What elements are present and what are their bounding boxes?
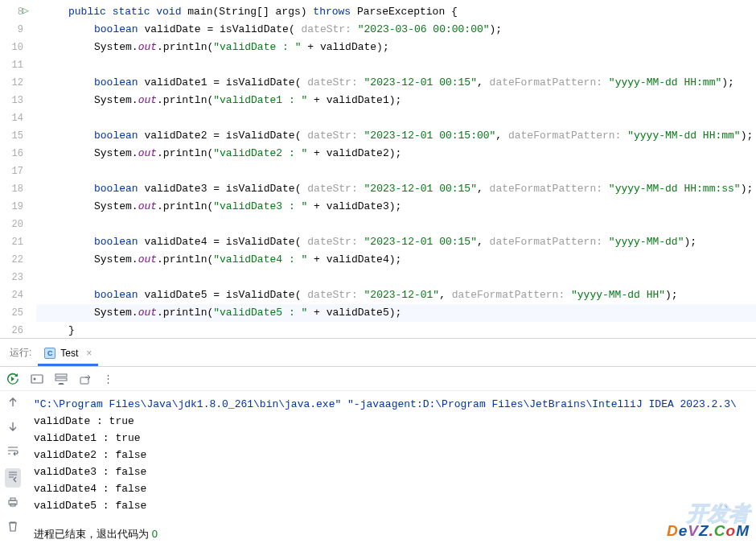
string: "validDate1 : "	[213, 94, 307, 106]
out: out	[138, 147, 157, 159]
trash-icon[interactable]	[6, 520, 19, 536]
out: out	[138, 253, 157, 266]
param-hint: dateFormatPattern:	[508, 130, 621, 142]
call: isValidDate	[226, 76, 295, 89]
sys: System	[94, 200, 132, 212]
string: "yyyy-MM-dd HH:mm:ss"	[609, 183, 741, 195]
println: println	[163, 147, 207, 159]
sys: System	[94, 307, 132, 319]
println: println	[163, 307, 207, 319]
console-output[interactable]: "C:\Program Files\Java\jdk1.8.0_261\bin\…	[26, 391, 756, 560]
var: validDate3	[327, 200, 389, 212]
out-line: validDate1 : true	[34, 430, 754, 447]
var: validDate1	[144, 76, 207, 89]
down-icon[interactable]	[6, 420, 19, 436]
string: "2023-12-01 00:15"	[364, 183, 477, 195]
call: isValidDate	[226, 289, 295, 301]
console-side-toolbar	[0, 391, 26, 560]
console-toolbar: ⋮	[0, 367, 756, 391]
line-number: 14	[0, 109, 36, 127]
var: validDate1	[327, 94, 389, 106]
run-tool-window: 运行: C Test × ⋮ "C:\Prog	[0, 339, 756, 560]
close-icon[interactable]: ×	[86, 348, 92, 359]
params: String[] args	[219, 6, 300, 18]
more-icon[interactable]: ⋮	[103, 373, 114, 385]
kw: boolean	[94, 23, 138, 35]
line-number: 9	[0, 21, 36, 39]
line-number: 26	[0, 322, 36, 340]
run-label: 运行:	[3, 346, 38, 366]
out-line: validDate5 : false	[34, 497, 754, 514]
code-area[interactable]: public static void main(String[] args) t…	[36, 0, 756, 338]
var: validDate3	[144, 183, 207, 195]
kw: boolean	[94, 183, 138, 195]
run-gutter-icon[interactable]: ▷	[23, 4, 29, 17]
up-icon[interactable]	[6, 396, 19, 412]
string: "2023-12-01"	[364, 289, 440, 301]
param-hint: dateStr:	[302, 23, 351, 35]
line-number: 16	[0, 145, 36, 163]
string: "yyyy-MM-dd HH:mm"	[609, 76, 721, 89]
rerun-icon[interactable]	[6, 373, 19, 385]
out: out	[138, 41, 157, 53]
line-number: 24	[0, 286, 36, 304]
string: "2023-12-01 00:15"	[364, 236, 477, 248]
string: "2023-12-01 00:15"	[364, 76, 477, 89]
string: "2023-03-06 00:00:00"	[358, 23, 490, 35]
param-hint: dateFormatPattern:	[490, 183, 602, 195]
tab-test[interactable]: C Test ×	[38, 348, 98, 366]
var: validDate5	[327, 307, 389, 319]
line-number: 17	[0, 163, 36, 180]
kw: boolean	[94, 130, 138, 142]
print-icon[interactable]	[6, 496, 19, 512]
line-number: 8	[0, 3, 36, 21]
export-icon[interactable]	[79, 373, 92, 385]
kw: throws	[313, 6, 351, 18]
stop-icon[interactable]	[31, 373, 43, 385]
line-number: 22	[0, 251, 36, 269]
param-hint: dateFormatPattern:	[490, 76, 602, 89]
out: out	[138, 200, 157, 212]
line-number: 20	[0, 216, 36, 233]
var: validDate4	[144, 236, 207, 248]
kw: public	[68, 6, 106, 18]
string: "yyyy-MM-dd HH:mm"	[627, 130, 740, 142]
line-number: 23	[0, 269, 36, 286]
exit-line: 进程已结束，退出代码为 0	[34, 525, 754, 542]
scroll-to-end-icon[interactable]	[5, 468, 21, 488]
line-number: 13	[0, 92, 36, 109]
svg-rect-1	[31, 375, 43, 383]
call: isValidDate	[226, 130, 295, 142]
out-line: validDate3 : false	[34, 463, 754, 480]
line-number: 11	[0, 56, 36, 74]
param-hint: dateStr:	[307, 76, 357, 89]
var: validDate2	[144, 130, 207, 142]
command-line: "C:\Program Files\Java\jdk1.8.0_261\bin\…	[34, 396, 754, 413]
var: validDate	[320, 41, 376, 53]
method-name: main	[187, 6, 212, 18]
param-hint: dateStr:	[307, 183, 357, 195]
out-line: validDate4 : false	[34, 480, 754, 497]
out: out	[138, 94, 157, 106]
line-number: 21	[0, 233, 36, 251]
soft-wrap-icon[interactable]	[6, 444, 19, 460]
exit-code: 0	[152, 528, 158, 540]
println: println	[163, 41, 207, 53]
string: "validDate2 : "	[213, 147, 307, 159]
sys: System	[94, 41, 132, 53]
filter-icon[interactable]	[55, 373, 68, 385]
call: isValidDate	[226, 183, 295, 195]
run-tabs: 运行: C Test ×	[0, 339, 756, 367]
call: isValidDate	[220, 23, 289, 35]
sys: System	[94, 147, 132, 159]
svg-rect-7	[10, 498, 15, 500]
param-hint: dateStr:	[307, 289, 357, 301]
line-number: 19	[0, 198, 36, 216]
svg-rect-4	[55, 378, 67, 381]
param-hint: dateFormatPattern:	[490, 236, 602, 248]
console-wrap: "C:\Program Files\Java\jdk1.8.0_261\bin\…	[0, 391, 756, 560]
string: "2023-12-01 00:15:00"	[364, 130, 496, 142]
kw: boolean	[94, 289, 138, 301]
kw: boolean	[94, 236, 138, 248]
sys: System	[94, 94, 132, 106]
